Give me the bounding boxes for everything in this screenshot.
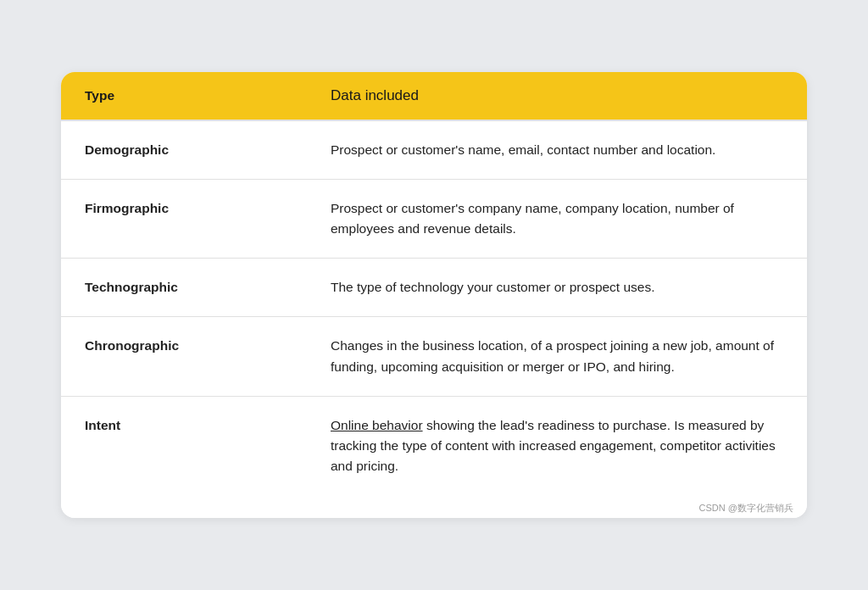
cell-data: Online behavior showing the lead's readi… [307,396,807,495]
table-header-row: Type Data included [61,72,807,120]
cell-type: Firmographic [61,180,307,259]
table-row: FirmographicProspect or customer's compa… [61,180,807,259]
table-row: DemographicProspect or customer's name, … [61,120,807,180]
data-table: Type Data included DemographicProspect o… [61,72,807,494]
cell-data: Prospect or customer's name, email, cont… [307,120,807,180]
table-row: TechnographicThe type of technology your… [61,259,807,317]
cell-type: Demographic [61,120,307,180]
cell-type: Intent [61,396,307,495]
cell-data: Changes in the business location, of a p… [307,317,807,396]
table-row: IntentOnline behavior showing the lead's… [61,396,807,495]
watermark-text: CSDN @数字化营销兵 [61,495,807,518]
header-data: Data included [307,72,807,120]
cell-type: Chronographic [61,317,307,396]
main-card: Type Data included DemographicProspect o… [61,72,807,517]
cell-link-text[interactable]: Online behavior [331,418,423,432]
table-row: ChronographicChanges in the business loc… [61,317,807,396]
cell-data: The type of technology your customer or … [307,259,807,317]
cell-type: Technographic [61,259,307,317]
header-type: Type [61,72,307,120]
cell-data: Prospect or customer's company name, com… [307,180,807,259]
